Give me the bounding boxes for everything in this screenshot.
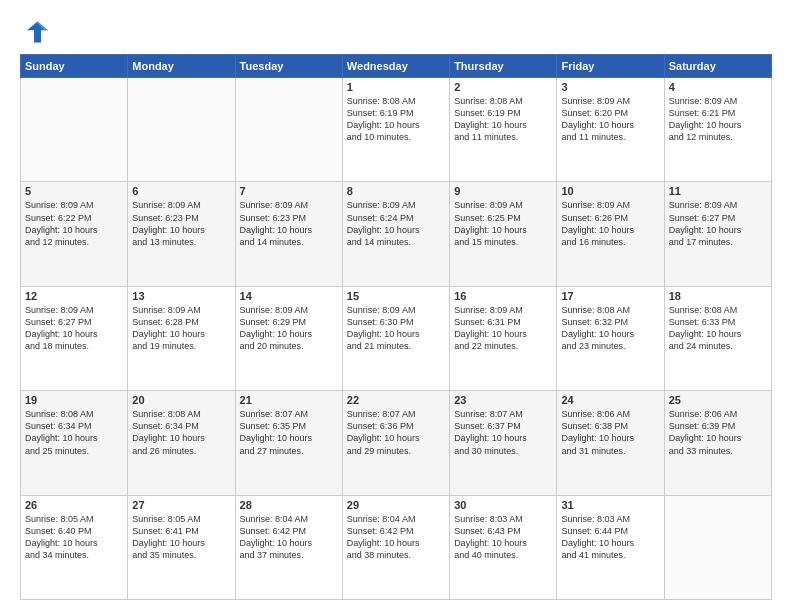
calendar-cell: 24Sunrise: 8:06 AM Sunset: 6:38 PM Dayli… (557, 391, 664, 495)
day-number: 12 (25, 290, 123, 302)
calendar-cell: 13Sunrise: 8:09 AM Sunset: 6:28 PM Dayli… (128, 286, 235, 390)
calendar-cell: 22Sunrise: 8:07 AM Sunset: 6:36 PM Dayli… (342, 391, 449, 495)
day-number: 21 (240, 394, 338, 406)
cell-info: Sunrise: 8:08 AM Sunset: 6:34 PM Dayligh… (25, 408, 123, 457)
day-number: 24 (561, 394, 659, 406)
day-number: 28 (240, 499, 338, 511)
calendar-cell: 2Sunrise: 8:08 AM Sunset: 6:19 PM Daylig… (450, 78, 557, 182)
calendar-cell: 1Sunrise: 8:08 AM Sunset: 6:19 PM Daylig… (342, 78, 449, 182)
calendar-cell: 3Sunrise: 8:09 AM Sunset: 6:20 PM Daylig… (557, 78, 664, 182)
calendar-cell (664, 495, 771, 599)
calendar-cell: 7Sunrise: 8:09 AM Sunset: 6:23 PM Daylig… (235, 182, 342, 286)
cell-info: Sunrise: 8:09 AM Sunset: 6:27 PM Dayligh… (669, 199, 767, 248)
calendar-cell: 31Sunrise: 8:03 AM Sunset: 6:44 PM Dayli… (557, 495, 664, 599)
day-number: 6 (132, 185, 230, 197)
calendar-cell: 28Sunrise: 8:04 AM Sunset: 6:42 PM Dayli… (235, 495, 342, 599)
cell-info: Sunrise: 8:09 AM Sunset: 6:30 PM Dayligh… (347, 304, 445, 353)
weekday-header-saturday: Saturday (664, 55, 771, 78)
day-number: 1 (347, 81, 445, 93)
day-number: 19 (25, 394, 123, 406)
calendar-table: SundayMondayTuesdayWednesdayThursdayFrid… (20, 54, 772, 600)
svg-marker-0 (27, 22, 48, 43)
weekday-header-sunday: Sunday (21, 55, 128, 78)
weekday-header-tuesday: Tuesday (235, 55, 342, 78)
cell-info: Sunrise: 8:04 AM Sunset: 6:42 PM Dayligh… (347, 513, 445, 562)
calendar-cell: 11Sunrise: 8:09 AM Sunset: 6:27 PM Dayli… (664, 182, 771, 286)
logo-icon (20, 18, 48, 46)
day-number: 14 (240, 290, 338, 302)
cell-info: Sunrise: 8:03 AM Sunset: 6:43 PM Dayligh… (454, 513, 552, 562)
day-number: 16 (454, 290, 552, 302)
cell-info: Sunrise: 8:09 AM Sunset: 6:24 PM Dayligh… (347, 199, 445, 248)
week-row-4: 19Sunrise: 8:08 AM Sunset: 6:34 PM Dayli… (21, 391, 772, 495)
calendar-cell: 14Sunrise: 8:09 AM Sunset: 6:29 PM Dayli… (235, 286, 342, 390)
calendar-cell: 8Sunrise: 8:09 AM Sunset: 6:24 PM Daylig… (342, 182, 449, 286)
day-number: 5 (25, 185, 123, 197)
calendar-cell: 30Sunrise: 8:03 AM Sunset: 6:43 PM Dayli… (450, 495, 557, 599)
day-number: 15 (347, 290, 445, 302)
calendar-cell: 5Sunrise: 8:09 AM Sunset: 6:22 PM Daylig… (21, 182, 128, 286)
calendar-cell (235, 78, 342, 182)
cell-info: Sunrise: 8:04 AM Sunset: 6:42 PM Dayligh… (240, 513, 338, 562)
calendar-cell: 17Sunrise: 8:08 AM Sunset: 6:32 PM Dayli… (557, 286, 664, 390)
calendar-cell: 29Sunrise: 8:04 AM Sunset: 6:42 PM Dayli… (342, 495, 449, 599)
day-number: 2 (454, 81, 552, 93)
page: SundayMondayTuesdayWednesdayThursdayFrid… (0, 0, 792, 612)
weekday-header-friday: Friday (557, 55, 664, 78)
cell-info: Sunrise: 8:05 AM Sunset: 6:40 PM Dayligh… (25, 513, 123, 562)
day-number: 17 (561, 290, 659, 302)
calendar-cell: 18Sunrise: 8:08 AM Sunset: 6:33 PM Dayli… (664, 286, 771, 390)
calendar-cell: 27Sunrise: 8:05 AM Sunset: 6:41 PM Dayli… (128, 495, 235, 599)
day-number: 4 (669, 81, 767, 93)
cell-info: Sunrise: 8:09 AM Sunset: 6:23 PM Dayligh… (132, 199, 230, 248)
weekday-header-thursday: Thursday (450, 55, 557, 78)
logo (20, 18, 52, 46)
day-number: 11 (669, 185, 767, 197)
cell-info: Sunrise: 8:07 AM Sunset: 6:36 PM Dayligh… (347, 408, 445, 457)
day-number: 31 (561, 499, 659, 511)
weekday-header-monday: Monday (128, 55, 235, 78)
day-number: 22 (347, 394, 445, 406)
cell-info: Sunrise: 8:09 AM Sunset: 6:28 PM Dayligh… (132, 304, 230, 353)
cell-info: Sunrise: 8:08 AM Sunset: 6:19 PM Dayligh… (347, 95, 445, 144)
day-number: 23 (454, 394, 552, 406)
cell-info: Sunrise: 8:09 AM Sunset: 6:25 PM Dayligh… (454, 199, 552, 248)
day-number: 18 (669, 290, 767, 302)
day-number: 29 (347, 499, 445, 511)
day-number: 7 (240, 185, 338, 197)
calendar-cell (21, 78, 128, 182)
cell-info: Sunrise: 8:09 AM Sunset: 6:20 PM Dayligh… (561, 95, 659, 144)
day-number: 30 (454, 499, 552, 511)
day-number: 9 (454, 185, 552, 197)
cell-info: Sunrise: 8:06 AM Sunset: 6:38 PM Dayligh… (561, 408, 659, 457)
day-number: 8 (347, 185, 445, 197)
calendar-cell: 6Sunrise: 8:09 AM Sunset: 6:23 PM Daylig… (128, 182, 235, 286)
calendar-cell: 12Sunrise: 8:09 AM Sunset: 6:27 PM Dayli… (21, 286, 128, 390)
cell-info: Sunrise: 8:09 AM Sunset: 6:27 PM Dayligh… (25, 304, 123, 353)
header (20, 18, 772, 46)
day-number: 25 (669, 394, 767, 406)
cell-info: Sunrise: 8:08 AM Sunset: 6:32 PM Dayligh… (561, 304, 659, 353)
calendar-cell: 23Sunrise: 8:07 AM Sunset: 6:37 PM Dayli… (450, 391, 557, 495)
cell-info: Sunrise: 8:05 AM Sunset: 6:41 PM Dayligh… (132, 513, 230, 562)
calendar-cell: 21Sunrise: 8:07 AM Sunset: 6:35 PM Dayli… (235, 391, 342, 495)
calendar-cell: 15Sunrise: 8:09 AM Sunset: 6:30 PM Dayli… (342, 286, 449, 390)
cell-info: Sunrise: 8:09 AM Sunset: 6:31 PM Dayligh… (454, 304, 552, 353)
cell-info: Sunrise: 8:07 AM Sunset: 6:35 PM Dayligh… (240, 408, 338, 457)
day-number: 26 (25, 499, 123, 511)
calendar-cell: 10Sunrise: 8:09 AM Sunset: 6:26 PM Dayli… (557, 182, 664, 286)
week-row-2: 5Sunrise: 8:09 AM Sunset: 6:22 PM Daylig… (21, 182, 772, 286)
calendar-cell (128, 78, 235, 182)
day-number: 27 (132, 499, 230, 511)
cell-info: Sunrise: 8:09 AM Sunset: 6:23 PM Dayligh… (240, 199, 338, 248)
weekday-header-row: SundayMondayTuesdayWednesdayThursdayFrid… (21, 55, 772, 78)
week-row-3: 12Sunrise: 8:09 AM Sunset: 6:27 PM Dayli… (21, 286, 772, 390)
cell-info: Sunrise: 8:08 AM Sunset: 6:19 PM Dayligh… (454, 95, 552, 144)
day-number: 3 (561, 81, 659, 93)
week-row-5: 26Sunrise: 8:05 AM Sunset: 6:40 PM Dayli… (21, 495, 772, 599)
week-row-1: 1Sunrise: 8:08 AM Sunset: 6:19 PM Daylig… (21, 78, 772, 182)
cell-info: Sunrise: 8:09 AM Sunset: 6:26 PM Dayligh… (561, 199, 659, 248)
cell-info: Sunrise: 8:09 AM Sunset: 6:22 PM Dayligh… (25, 199, 123, 248)
calendar-cell: 19Sunrise: 8:08 AM Sunset: 6:34 PM Dayli… (21, 391, 128, 495)
weekday-header-wednesday: Wednesday (342, 55, 449, 78)
